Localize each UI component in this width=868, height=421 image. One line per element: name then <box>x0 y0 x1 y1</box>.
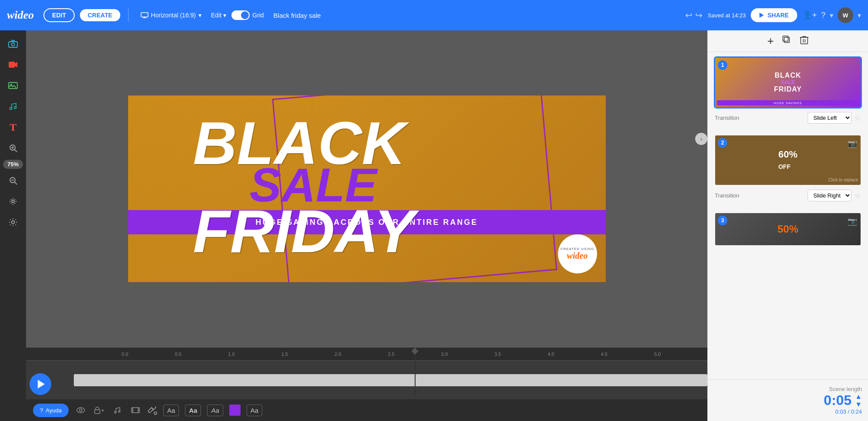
play-icon <box>38 380 45 388</box>
right-panel-toolbar: + <box>708 30 868 52</box>
svg-point-23 <box>118 411 120 412</box>
transition-star-2[interactable]: ☆ <box>854 191 861 201</box>
music-note-icon[interactable] <box>111 404 123 416</box>
visibility-toggle[interactable] <box>75 404 87 416</box>
orientation-label: Horizontal (16:9) <box>151 12 196 19</box>
svg-point-19 <box>77 408 85 413</box>
scene-length-increase-button[interactable]: ▲ <box>855 393 862 400</box>
avatar-chevron-icon: ▾ <box>858 11 861 20</box>
svg-point-22 <box>114 411 116 413</box>
sidebar-image-icon[interactable] <box>4 76 22 95</box>
orientation-selector[interactable]: Horizontal (16:9) ▾ <box>136 10 206 20</box>
scene-length-sub: 0:03 / 0:24 <box>824 408 862 415</box>
sidebar-text-icon[interactable]: T <box>4 118 22 136</box>
help-question-icon: ? <box>40 407 43 414</box>
sidebar-zoom-in-icon[interactable] <box>4 139 22 157</box>
undo-redo-group: ↩ ↪ <box>685 10 703 20</box>
project-title[interactable]: Black friday sale <box>274 12 321 19</box>
film-strip-icon[interactable] <box>129 404 142 416</box>
scene-number-2: 2 <box>718 138 727 148</box>
svg-rect-34 <box>801 37 808 44</box>
app-logo: wideo <box>7 9 34 22</box>
help-button[interactable]: ? <box>821 11 825 20</box>
transition-select-1[interactable]: Slide Left Slide Right Fade None <box>808 112 851 124</box>
color-swatch[interactable] <box>229 405 241 416</box>
scene-length-display: Scene length 0:05 ▲ ▼ 0:03 / 0:24 <box>824 386 862 415</box>
delete-scene-button[interactable] <box>800 35 809 47</box>
svg-line-11 <box>15 150 17 152</box>
avatar[interactable]: w <box>838 7 853 23</box>
canvas-sale-text: SALE <box>250 164 472 205</box>
lock-tool[interactable]: ▾ <box>93 404 105 416</box>
zoom-level[interactable]: 75% <box>3 160 23 169</box>
scene-3-camera-icon: 📷 <box>848 217 857 226</box>
scene-thumbnail-2[interactable]: 60%OFF 📷 Click to replace 2 <box>714 134 862 186</box>
copy-scene-button[interactable] <box>782 36 791 47</box>
scene-thumbnail-1[interactable]: BLACK SALE FRIDAY HUGE SAVINGS 1 <box>714 56 862 109</box>
help-button[interactable]: ? Ayuda <box>33 404 69 417</box>
svg-point-17 <box>12 200 14 203</box>
svg-point-4 <box>12 43 15 46</box>
svg-point-9 <box>14 107 17 109</box>
sidebar-zoom-out-icon[interactable] <box>4 171 22 190</box>
scene-length-row: Scene length 0:05 ▲ ▼ 0:03 / 0:24 <box>714 386 862 415</box>
add-scene-button[interactable]: + <box>767 34 774 48</box>
watermark-brand-text: wideo <box>567 251 588 261</box>
scene-thumb-bg-2: 60%OFF 📷 Click to replace <box>715 135 861 185</box>
canvas-black-text: BLACK SALE FRIDAY <box>193 117 415 257</box>
font-style-4-button[interactable]: Aa <box>247 405 262 416</box>
bucket-tool[interactable] <box>148 405 157 415</box>
grid-toggle[interactable] <box>231 10 250 20</box>
svg-point-18 <box>12 221 15 224</box>
canvas-background[interactable]: BLACK SALE FRIDAY HUGE SAVINGS ACROSS OU… <box>128 95 606 282</box>
edit-menu[interactable]: Edit ▾ <box>211 12 226 19</box>
ruler-tick-05: 0.5 <box>175 352 228 357</box>
ruler-tick-2: 2.0 <box>335 352 388 357</box>
undo-button[interactable]: ↩ <box>685 10 693 20</box>
svg-rect-32 <box>784 37 789 43</box>
grid-toggle-container: Grid <box>231 10 264 20</box>
sidebar-video-icon[interactable] <box>4 56 22 74</box>
add-user-button[interactable]: 👤+ <box>802 10 817 20</box>
font-style-2-button[interactable]: Aa <box>185 405 201 416</box>
ruler-tick-35: 3.5 <box>494 352 548 357</box>
svg-point-8 <box>10 108 12 110</box>
redo-button[interactable]: ↪ <box>695 10 703 20</box>
create-button[interactable]: CREATE <box>80 9 120 21</box>
svg-rect-21 <box>95 410 100 414</box>
svg-rect-0 <box>141 13 148 17</box>
scene-length-label: Scene length <box>824 386 862 392</box>
timeline-playhead[interactable] <box>415 348 416 395</box>
transition-select-2[interactable]: Slide Right Slide Left Fade None <box>808 190 851 201</box>
panel-toggle-button[interactable]: › <box>695 133 707 145</box>
scene-length-decrease-button[interactable]: ▼ <box>855 401 862 408</box>
ruler-tick-1: 1.0 <box>228 352 281 357</box>
font-style-1-button[interactable]: Aa <box>163 405 179 416</box>
sidebar-music-icon[interactable] <box>4 97 22 115</box>
edit-button[interactable]: EDIT <box>43 8 75 22</box>
share-play-icon <box>759 13 764 18</box>
transition-star-1[interactable]: ☆ <box>854 113 861 123</box>
main-canvas-area: BLACK SALE FRIDAY HUGE SAVINGS ACROSS OU… <box>26 30 707 347</box>
ruler-tick-0: 0.0 <box>122 352 175 357</box>
header-divider-1 <box>128 9 129 22</box>
play-button[interactable] <box>30 373 51 395</box>
left-sidebar: T 75% <box>0 30 26 421</box>
saved-label: Saved at 14:23 <box>708 12 746 19</box>
share-button[interactable]: SHARE <box>751 8 797 22</box>
sidebar-pan-icon[interactable] <box>4 192 22 210</box>
scene-length-steppers: ▲ ▼ <box>855 393 862 408</box>
transition-select-wrap-2: Slide Right Slide Left Fade None ☆ <box>808 190 861 201</box>
scene-60off-text: 60%OFF <box>778 149 797 171</box>
font-style-3-button[interactable]: Aa <box>207 405 223 416</box>
edit-menu-chevron-icon: ▾ <box>223 12 226 19</box>
transition-row-2: Transition Slide Right Slide Left Fade N… <box>714 186 862 205</box>
timeline-track[interactable] <box>74 374 707 386</box>
scene-thumb-bg-3: 50% 📷 <box>715 213 861 245</box>
scene-thumbnail-3[interactable]: 50% 📷 3 <box>714 212 862 247</box>
wideo-watermark: CREATED USING wideo <box>558 234 597 273</box>
scene-length-section: Scene length 0:05 ▲ ▼ 0:03 / 0:24 <box>708 379 868 421</box>
scene-length-time: 0:05 <box>824 392 851 408</box>
sidebar-camera-icon[interactable] <box>4 35 22 53</box>
sidebar-settings-icon[interactable] <box>4 213 22 231</box>
